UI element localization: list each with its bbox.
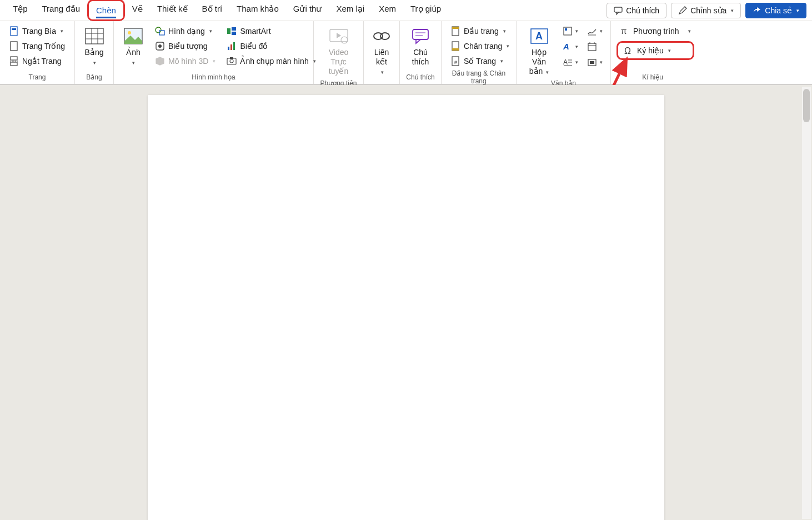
equation-icon: π: [620, 26, 630, 36]
wordart-button[interactable]: A▾: [560, 40, 580, 53]
svg-rect-7: [86, 28, 103, 44]
blank-page-button[interactable]: Trang Trống: [6, 39, 68, 53]
pictures-label: Ảnh: [126, 48, 141, 57]
svg-point-17: [158, 44, 162, 48]
cover-page-label: Trang Bìa: [22, 27, 56, 36]
tab-mailings[interactable]: Gửi thư: [286, 0, 329, 21]
smartart-button[interactable]: SmartArt: [223, 24, 319, 38]
icons-button[interactable]: Biểu tượng: [152, 39, 219, 53]
svg-rect-55: [590, 61, 594, 64]
vertical-scrollbar[interactable]: [802, 87, 811, 519]
group-illustrations-label: Hình minh họa: [119, 72, 308, 84]
ribbon: Trang Bìa▾ Trang Trống Ngắt Trang Trang …: [0, 21, 812, 85]
tab-home[interactable]: Trang đầu: [35, 0, 87, 21]
blank-page-icon: [9, 41, 19, 51]
cover-page-button[interactable]: Trang Bìa▾: [6, 24, 68, 38]
tab-help[interactable]: Trợ giúp: [403, 0, 448, 21]
shapes-button[interactable]: Hình dạng▾: [152, 24, 219, 38]
screenshot-icon: [227, 56, 237, 66]
svg-text:A: A: [563, 58, 568, 66]
scroll-thumb[interactable]: [803, 89, 810, 122]
cover-page-icon: [9, 26, 19, 36]
svg-rect-35: [452, 27, 459, 29]
chevron-down-icon: ▾: [668, 48, 671, 53]
signature-line-button[interactable]: ▾: [585, 24, 605, 38]
table-label: Bảng: [85, 48, 104, 57]
svg-point-13: [128, 31, 131, 34]
svg-point-30: [380, 33, 389, 39]
pagenumber-button[interactable]: # Số Trang▾: [447, 54, 513, 68]
page-break-icon: [9, 56, 19, 66]
pictures-button[interactable]: Ảnh▾: [119, 24, 147, 69]
group-symbols: π Phương trình ▾ Ω Ký hiệu▾ Kí hiệu: [611, 21, 694, 84]
top-right-actions: Chú thích Chỉnh sửa ▾ Chia sẻ ▾: [607, 3, 806, 18]
svg-text:π: π: [621, 26, 626, 36]
object-button[interactable]: ▾: [585, 56, 605, 69]
quick-parts-button[interactable]: ▾: [560, 24, 580, 38]
chart-icon: [227, 41, 237, 51]
datetime-button[interactable]: [585, 40, 605, 53]
page-break-button[interactable]: Ngắt Trang: [6, 54, 68, 68]
symbol-omega-icon: Ω: [624, 46, 634, 56]
svg-rect-50: [588, 43, 596, 51]
share-button[interactable]: Chia sẻ ▾: [745, 3, 806, 18]
share-icon: [753, 6, 761, 15]
picture-icon: [124, 28, 143, 44]
signature-icon: [587, 26, 597, 36]
header-icon: [450, 26, 460, 36]
share-button-label: Chia sẻ: [765, 6, 792, 15]
tab-layout[interactable]: Bố trí: [195, 0, 230, 21]
pencil-icon: [678, 6, 687, 15]
tab-insert[interactable]: Chèn: [87, 0, 125, 21]
tab-file[interactable]: Tệp: [6, 0, 35, 21]
screenshot-button[interactable]: Ảnh chụp màn hình▾: [223, 54, 319, 68]
comment-label: Chú: [413, 48, 428, 57]
link-label: Liên: [374, 48, 389, 57]
svg-text:A: A: [563, 42, 569, 51]
svg-text:#: #: [454, 59, 457, 65]
comment-sublabel: thích: [412, 57, 429, 66]
svg-rect-4: [11, 57, 17, 60]
chevron-down-icon: ▾: [575, 44, 578, 49]
icons-icon: [155, 41, 165, 51]
chevron-down-icon: ▾: [93, 60, 96, 66]
comment-button[interactable]: Chúthích: [405, 24, 435, 69]
svg-point-14: [156, 27, 161, 33]
svg-rect-31: [413, 29, 428, 39]
screenshot-label: Ảnh chụp màn hình: [240, 57, 308, 66]
symbol-button[interactable]: Ω Ký hiệu▾: [616, 41, 694, 60]
chevron-down-icon: ▾: [575, 28, 578, 34]
tab-view[interactable]: Xem: [372, 0, 403, 21]
svg-rect-18: [227, 28, 230, 34]
chart-button[interactable]: Biểu đồ: [223, 39, 319, 53]
smartart-label: SmartArt: [240, 27, 270, 36]
svg-rect-19: [232, 27, 236, 31]
comment-icon: [614, 6, 623, 15]
editing-mode[interactable]: Chỉnh sửa ▾: [671, 3, 741, 18]
svg-rect-1: [11, 27, 17, 36]
dropcap-button[interactable]: A▾: [560, 56, 580, 69]
table-button[interactable]: Bảng▾: [81, 24, 108, 69]
svg-rect-5: [11, 62, 17, 66]
equation-label: Phương trình: [633, 27, 679, 36]
tab-review[interactable]: Xem lại: [329, 0, 372, 21]
tab-design[interactable]: Thiết kế: [150, 0, 195, 21]
pagenumber-icon: #: [450, 56, 460, 66]
chevron-down-icon: ▾: [213, 58, 215, 64]
header-button[interactable]: Đầu trang▾: [447, 24, 513, 38]
title-tab-bar: Tệp Trang đầu Chèn Vẽ Thiết kế Bố trí Th…: [0, 0, 812, 21]
tab-draw[interactable]: Vẽ: [125, 0, 150, 21]
document-page[interactable]: [148, 95, 664, 520]
comments-toggle[interactable]: Chú thích: [607, 3, 666, 18]
link-button[interactable]: Liênkết ▾: [368, 24, 395, 78]
equation-button[interactable]: π Phương trình ▾: [616, 24, 694, 38]
group-tables-label: Bảng: [81, 72, 108, 84]
chevron-down-icon: ▾: [546, 69, 549, 75]
online-video-button[interactable]: VideoTrực tuyến: [319, 24, 358, 78]
footer-button[interactable]: Chân trang▾: [447, 39, 513, 53]
tab-references[interactable]: Tham khảo: [229, 0, 286, 21]
group-comments: Chúthích Chú thích: [400, 21, 442, 84]
3d-models-button[interactable]: Mô hình 3D▾: [152, 54, 219, 68]
chevron-down-icon: ▾: [61, 28, 63, 34]
textbox-button[interactable]: A Hộp Vănbản ▾: [522, 24, 556, 78]
